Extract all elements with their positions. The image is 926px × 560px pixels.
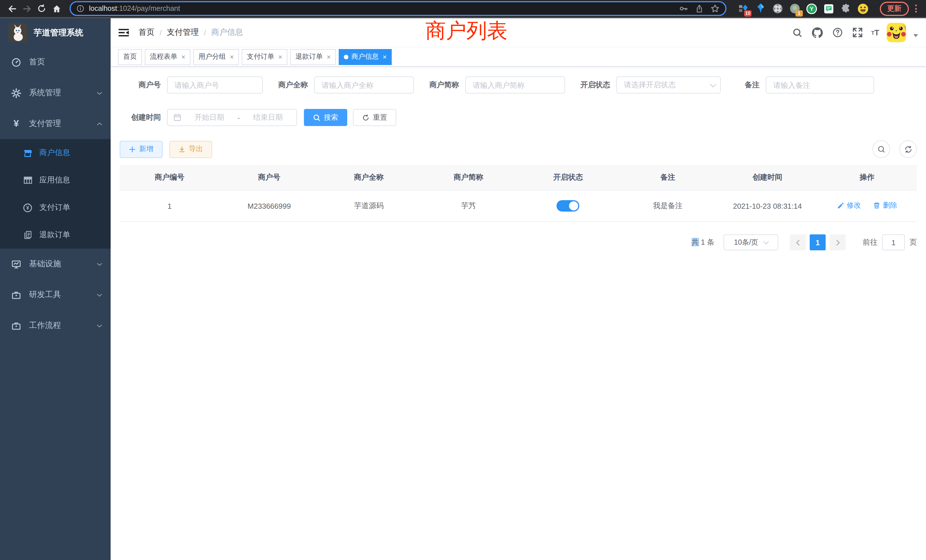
yen-circle-icon: ¥ (23, 203, 32, 212)
current-page[interactable]: 1 (809, 235, 826, 250)
ext-status-icon[interactable]: 1 (789, 3, 800, 14)
bookmark-star-icon[interactable] (710, 4, 720, 13)
tab-close-icon[interactable]: × (277, 53, 282, 61)
calendar-icon (173, 114, 181, 121)
tab-close-icon[interactable]: × (180, 53, 185, 61)
ext-puzzle-icon[interactable] (840, 3, 851, 14)
tab-close-icon[interactable]: × (325, 53, 331, 61)
edit-button[interactable]: 修改 (837, 201, 861, 210)
ext-badge: 1 (796, 10, 803, 16)
font-size-icon[interactable]: TT (871, 28, 879, 37)
help-icon[interactable] (831, 26, 844, 39)
prev-page-button[interactable] (790, 235, 806, 250)
sidebar: 芋道管理系统 首页 系统管理 ¥ (0, 18, 110, 560)
sidebar-item-home[interactable]: 首页 (0, 47, 110, 77)
sidebar-item-pay-order[interactable]: ¥ 支付订单 (0, 194, 110, 221)
breadcrumb-home[interactable]: 首页 (139, 27, 154, 38)
chevron-up-icon (96, 121, 103, 127)
sidebar-item-refund-order[interactable]: 退款订单 (0, 221, 110, 249)
cell-status (518, 190, 618, 221)
search-button[interactable]: 搜索 (304, 109, 347, 126)
grid-icon (23, 176, 32, 185)
end-date-placeholder[interactable]: 结束日期 (245, 112, 291, 123)
cell-merchant-no: M233666999 (219, 190, 319, 221)
page-size-select[interactable]: 10条/页 (723, 235, 778, 250)
sidebar-item-label: 系统管理 (29, 88, 61, 98)
ext-chat-icon[interactable] (823, 3, 834, 14)
search-icon[interactable] (791, 26, 804, 39)
caret-down-icon[interactable] (914, 34, 918, 37)
ext-pin-icon[interactable] (755, 3, 766, 14)
merchant-no-label: 商户号 (120, 80, 161, 90)
cell-merchant-id: 1 (120, 190, 219, 221)
toggle-search-icon[interactable] (872, 140, 890, 158)
url-bar[interactable]: localhost:1024/pay/merchant (70, 1, 726, 16)
tags-view: 首页 流程表单× 用户分组× 支付订单× 退款订单× 商户信息× (110, 47, 926, 67)
svg-text:Y: Y (809, 5, 814, 12)
sidebar-item-label: 商户信息 (39, 148, 70, 158)
create-time-range-picker[interactable]: 开始日期 - 结束日期 (167, 109, 297, 126)
screen: localhost:1024/pay/merchant 10 (0, 0, 926, 560)
chevron-down-icon (96, 261, 103, 267)
sidebar-item-infra[interactable]: 基础设施 (0, 249, 110, 279)
delete-button[interactable]: 删除 (873, 201, 897, 210)
sidebar-item-pay[interactable]: ¥ 支付管理 (0, 108, 110, 139)
reset-button[interactable]: 重置 (353, 109, 396, 126)
refresh-icon[interactable] (899, 140, 917, 158)
tab-home[interactable]: 首页 (118, 49, 142, 65)
tab-refund-order[interactable]: 退款订单× (290, 49, 336, 65)
next-page-button[interactable] (830, 235, 846, 250)
add-button[interactable]: 新增 (120, 141, 162, 158)
sidebar-logo[interactable]: 芋道管理系统 (0, 18, 110, 47)
tab-pay-order[interactable]: 支付订单× (242, 49, 287, 65)
browser-home-button[interactable] (50, 2, 63, 15)
merchant-no-input[interactable] (167, 76, 263, 94)
fullscreen-icon[interactable] (851, 26, 864, 39)
remark-input[interactable] (766, 76, 874, 94)
browser-reload-button[interactable] (35, 2, 48, 15)
select-chevron-icon (763, 239, 769, 244)
export-button[interactable]: 导出 (169, 141, 212, 158)
sidebar-item-label: 支付管理 (29, 119, 61, 129)
tab-merchant-info[interactable]: 商户信息× (339, 49, 392, 65)
share-icon[interactable] (695, 4, 704, 13)
browser-update-button[interactable]: 更新 (880, 2, 909, 16)
sidebar-item-label: 退款订单 (39, 230, 70, 240)
monitor-icon (11, 259, 22, 269)
sidebar-item-merchant-info[interactable]: 商户信息 (0, 139, 110, 166)
tab-process-form[interactable]: 流程表单× (145, 49, 191, 65)
toolbox-icon (11, 289, 22, 300)
app-title: 芋道管理系统 (34, 27, 83, 38)
browser-forward-button[interactable] (21, 2, 33, 15)
chevron-down-icon (96, 322, 103, 329)
briefcase-icon (11, 320, 22, 331)
user-avatar[interactable] (887, 23, 906, 42)
profile-emoji-icon[interactable] (858, 3, 869, 14)
breadcrumb-current: 商户信息 (211, 27, 243, 38)
tab-close-icon[interactable]: × (228, 53, 234, 61)
col-remark: 备注 (618, 165, 718, 190)
tab-close-icon[interactable]: × (381, 53, 387, 61)
tab-user-group[interactable]: 用户分组× (193, 49, 239, 65)
full-name-input[interactable] (314, 76, 414, 94)
status-select[interactable]: 请选择开启状态 (616, 76, 721, 94)
start-date-placeholder[interactable]: 开始日期 (186, 112, 232, 123)
status-toggle[interactable] (557, 200, 580, 212)
breadcrumb-pay[interactable]: 支付管理 (167, 27, 199, 38)
goto-page-input[interactable] (882, 235, 905, 250)
password-key-icon[interactable] (679, 4, 688, 13)
sidebar-toggle-button[interactable] (119, 27, 130, 38)
sidebar-item-system[interactable]: 系统管理 (0, 77, 110, 108)
sidebar-item-app-info[interactable]: 应用信息 (0, 166, 110, 194)
github-icon[interactable] (811, 26, 824, 39)
full-name-label: 商户全称 (278, 80, 308, 90)
ext-diamond-icon[interactable]: 10 (738, 3, 749, 14)
ext-y-icon[interactable]: Y (806, 3, 817, 14)
sidebar-item-dev-tools[interactable]: 研发工具 (0, 279, 110, 310)
browser-back-button[interactable] (6, 2, 18, 15)
site-info-icon[interactable] (76, 5, 85, 12)
browser-menu-button[interactable] (911, 3, 920, 14)
short-name-input[interactable] (465, 76, 565, 94)
ext-command-icon[interactable] (772, 3, 783, 14)
sidebar-item-workflow[interactable]: 工作流程 (0, 310, 110, 341)
